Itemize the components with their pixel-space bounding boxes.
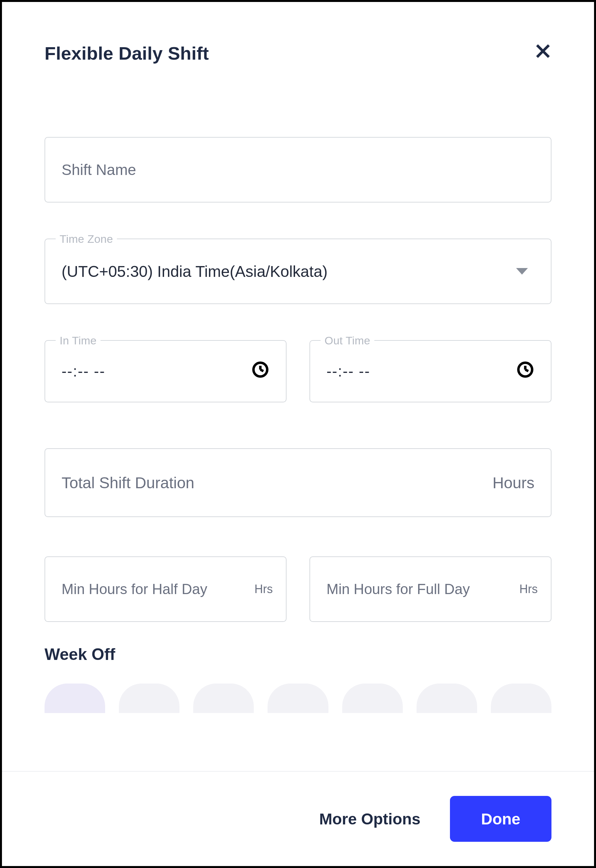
out-time-field: Out Time --:-- --	[310, 340, 552, 402]
shift-name-field: Shift Name	[44, 137, 552, 203]
half-day-unit: Hrs	[254, 582, 273, 596]
timezone-label: Time Zone	[56, 233, 117, 245]
total-duration-input[interactable]: Total Shift Duration Hours	[44, 448, 552, 517]
min-hours-row: Min Hours for Half Day Hrs Min Hours for…	[44, 556, 552, 622]
in-time-input[interactable]: --:-- --	[44, 340, 286, 402]
timezone-field: Time Zone (UTC+05:30) India Time(Asia/Ko…	[44, 238, 552, 304]
svg-line-7	[525, 370, 528, 371]
full-day-unit: Hrs	[519, 582, 538, 596]
day-chip[interactable]	[119, 683, 180, 713]
full-day-label: Min Hours for Full Day	[326, 581, 470, 597]
week-off-title: Week Off	[44, 645, 552, 664]
svg-line-4	[260, 370, 263, 371]
close-button[interactable]	[531, 41, 555, 65]
shift-name-input[interactable]: Shift Name	[44, 137, 552, 203]
day-chip[interactable]	[193, 683, 254, 713]
half-day-label: Min Hours for Half Day	[62, 581, 207, 597]
total-duration-label: Total Shift Duration	[62, 474, 195, 492]
week-off-days	[44, 683, 552, 713]
day-chip[interactable]	[342, 683, 403, 713]
dialog-body: Shift Name Time Zone (UTC+05:30) India T…	[2, 78, 594, 771]
out-time-placeholder: --:-- --	[326, 362, 370, 380]
half-day-field: Min Hours for Half Day Hrs	[44, 556, 286, 622]
done-button[interactable]: Done	[450, 796, 552, 842]
day-chip[interactable]	[416, 683, 477, 713]
flexible-shift-dialog: Flexible Daily Shift Shift Name Time Zon…	[0, 0, 596, 868]
out-time-label: Out Time	[321, 334, 374, 347]
day-chip[interactable]	[44, 683, 105, 713]
clock-icon	[516, 361, 534, 382]
day-chip[interactable]	[491, 683, 552, 713]
close-icon	[534, 42, 552, 65]
shift-name-placeholder: Shift Name	[62, 161, 136, 179]
full-day-field: Min Hours for Full Day Hrs	[310, 556, 552, 622]
clock-icon	[251, 361, 270, 382]
time-row: In Time --:-- -- Out Time --:-- --	[44, 340, 552, 402]
in-time-label: In Time	[56, 334, 100, 347]
timezone-select[interactable]: (UTC+05:30) India Time(Asia/Kolkata)	[44, 238, 552, 304]
in-time-field: In Time --:-- --	[44, 340, 286, 402]
more-options-button[interactable]: More Options	[319, 810, 420, 828]
full-day-input[interactable]: Min Hours for Full Day Hrs	[310, 556, 552, 622]
total-duration-unit: Hours	[493, 474, 534, 492]
dialog-title: Flexible Daily Shift	[44, 43, 209, 64]
dialog-footer: More Options Done	[2, 771, 594, 866]
day-chip[interactable]	[267, 683, 328, 713]
dialog-header: Flexible Daily Shift	[2, 2, 594, 78]
in-time-placeholder: --:-- --	[62, 362, 105, 380]
half-day-input[interactable]: Min Hours for Half Day Hrs	[44, 556, 286, 622]
chevron-down-icon	[516, 268, 528, 275]
timezone-value: (UTC+05:30) India Time(Asia/Kolkata)	[62, 262, 516, 281]
out-time-input[interactable]: --:-- --	[310, 340, 552, 402]
